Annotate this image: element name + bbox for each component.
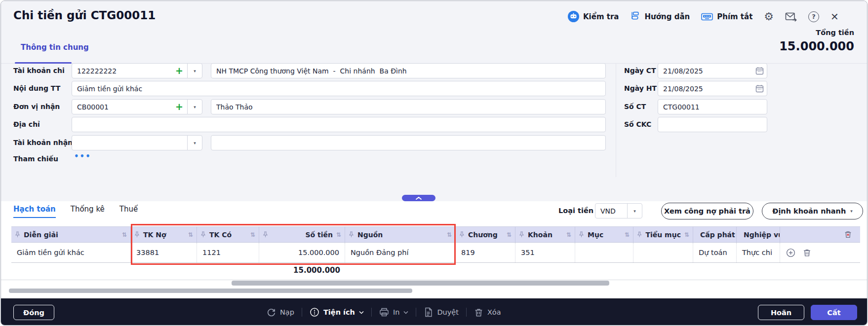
col-chuong: Chương⇅: [456, 227, 515, 242]
printer-icon: [379, 307, 389, 317]
pin-icon[interactable]: [459, 231, 465, 238]
cell-chuong[interactable]: 819: [456, 243, 515, 262]
delete-button[interactable]: Xóa: [474, 308, 501, 317]
tab-hach-toan[interactable]: Hạch toán: [13, 205, 56, 218]
pin-icon[interactable]: [637, 231, 642, 238]
account-in-dropdown[interactable]: ▾: [188, 136, 202, 150]
close-icon[interactable]: ✕: [830, 12, 839, 22]
col-muc: Mục⇅: [575, 227, 633, 242]
sort-icon[interactable]: ⇅: [250, 231, 255, 238]
delete-all-icon[interactable]: [844, 230, 852, 239]
calendar-icon[interactable]: [752, 81, 767, 96]
add-receiver-icon[interactable]: +: [171, 102, 187, 111]
cell-tk-co[interactable]: 1121: [197, 243, 259, 262]
pin-icon[interactable]: [263, 231, 268, 238]
cell-tieu-muc[interactable]: [633, 243, 693, 262]
account-in-name-box: [211, 135, 606, 150]
cell-muc[interactable]: [575, 243, 633, 262]
cell-tk-no[interactable]: 33881: [131, 243, 197, 262]
tab-thue[interactable]: Thuế: [119, 205, 138, 218]
reference-more-button[interactable]: •••: [74, 152, 91, 161]
help-icon[interactable]: ?: [808, 11, 819, 22]
guide-button[interactable]: Hướng dẫn: [630, 11, 690, 22]
delete-row-icon[interactable]: [802, 248, 812, 257]
postpone-button[interactable]: Hoãn: [758, 305, 804, 320]
cell-cap-phat[interactable]: Dự toán: [693, 243, 737, 262]
caret-down-icon: ▾: [194, 69, 196, 73]
grid-hscrollbar[interactable]: [232, 281, 609, 286]
total-value: 15.000.000: [779, 39, 854, 53]
content-input[interactable]: [72, 81, 605, 96]
cell-dien-giai[interactable]: Giảm tiền gửi khác: [11, 243, 131, 262]
calendar-icon[interactable]: [752, 64, 767, 78]
account-in-input[interactable]: [72, 136, 187, 150]
keyboard-icon: [701, 12, 713, 22]
chevron-down-icon: [359, 311, 364, 314]
account-out-dropdown[interactable]: ▾: [188, 64, 202, 78]
close-button[interactable]: Đóng: [13, 305, 54, 320]
cell-nguon[interactable]: Nguồn Đảng phí: [345, 243, 456, 262]
cell-nghiep-vu[interactable]: Thực chi: [737, 243, 780, 262]
save-button[interactable]: Cất: [811, 305, 857, 320]
collapse-button[interactable]: [402, 195, 435, 201]
cell-khoan[interactable]: 351: [515, 243, 575, 262]
utilities-button[interactable]: Tiện ích: [310, 307, 364, 317]
sort-icon[interactable]: ⇅: [566, 231, 571, 238]
voucher-window: Chi tiền gửi CTG00011 Kiểm tra Hướng dẫn…: [0, 0, 868, 326]
check-button[interactable]: Kiểm tra: [568, 11, 619, 22]
view-payable-button[interactable]: Xem công nợ phải trả: [661, 203, 753, 219]
print-button[interactable]: In: [379, 307, 408, 317]
caret-down-icon: ▾: [850, 209, 853, 214]
pin-icon[interactable]: [519, 231, 524, 238]
receiver-unit-combo: + ▾: [72, 99, 202, 114]
col-cap-phat: Cấp phát⇅: [693, 227, 737, 242]
total-label: Tổng tiền: [816, 29, 854, 36]
ckc-no-label: Số CKC: [624, 117, 651, 132]
sort-icon[interactable]: ⇅: [122, 231, 127, 238]
address-input[interactable]: [72, 117, 605, 132]
pin-icon[interactable]: [200, 231, 206, 238]
mail-send-icon[interactable]: [785, 11, 797, 22]
currency-select[interactable]: VND ▾: [595, 203, 642, 218]
receiver-unit-input[interactable]: [72, 100, 171, 114]
account-in-name-input[interactable]: [211, 136, 605, 150]
add-account-icon[interactable]: +: [171, 66, 187, 75]
col-khoan: Khoản⇅: [515, 227, 575, 242]
sort-icon[interactable]: ⇅: [336, 231, 341, 238]
utilities-icon: [310, 307, 319, 317]
reload-button[interactable]: Nạp: [267, 308, 294, 317]
post-date-input[interactable]: [658, 81, 752, 96]
shortcut-button[interactable]: Phím tắt: [701, 12, 752, 22]
bank-name-input[interactable]: [211, 64, 605, 78]
doc-date-input[interactable]: [658, 64, 752, 78]
quick-posting-button[interactable]: Định khoản nhanh ▾: [762, 203, 863, 219]
receiver-name-box: [211, 99, 606, 114]
sort-icon[interactable]: ⇅: [507, 231, 512, 238]
address-box: [72, 117, 606, 132]
pin-icon[interactable]: [15, 231, 20, 238]
col-dien-giai: Diễn giải⇅: [11, 227, 131, 242]
sort-icon[interactable]: ⇅: [188, 231, 193, 238]
approve-button[interactable]: Duyệt: [424, 307, 459, 317]
sort-icon[interactable]: ⇅: [684, 231, 689, 238]
currency-dropdown[interactable]: ▾: [628, 204, 642, 218]
tab-thong-tin-chung[interactable]: Thông tin chung: [21, 43, 89, 52]
sort-icon[interactable]: ⇅: [447, 231, 452, 238]
add-row-icon[interactable]: [786, 248, 796, 258]
trash-icon: [474, 308, 483, 317]
pin-icon[interactable]: [349, 231, 354, 238]
ckc-no-input[interactable]: [658, 117, 767, 132]
account-out-input[interactable]: [72, 64, 171, 78]
chevron-up-icon: [415, 196, 422, 200]
pin-icon[interactable]: [134, 231, 140, 238]
pin-icon[interactable]: [579, 231, 584, 238]
receiver-unit-dropdown[interactable]: ▾: [188, 100, 202, 114]
cell-so-tien[interactable]: 15.000.000: [259, 243, 345, 262]
sort-icon[interactable]: ⇅: [625, 231, 630, 238]
tab-thong-ke[interactable]: Thống kê: [71, 205, 105, 218]
doc-no-input[interactable]: [658, 100, 767, 114]
grid-bottom-line: [1, 280, 867, 280]
page-hscrollbar[interactable]: [9, 289, 412, 293]
gear-icon[interactable]: ⚙: [764, 11, 774, 22]
receiver-name-input[interactable]: [211, 100, 605, 114]
